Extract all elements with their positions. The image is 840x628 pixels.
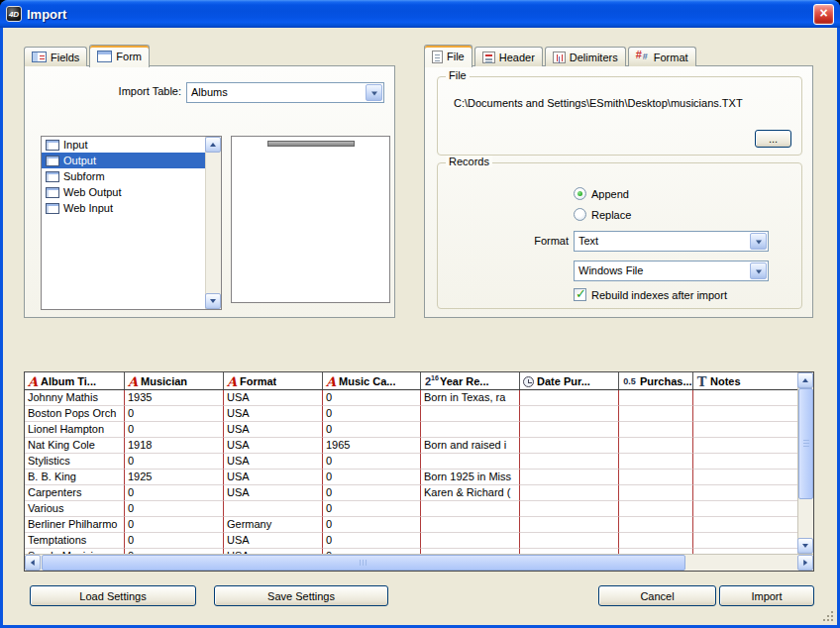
table-cell bbox=[520, 470, 619, 485]
table-cell bbox=[619, 438, 693, 454]
table-cell: 0 bbox=[323, 533, 421, 549]
column-header-album-ti[interactable]: Album Ti... bbox=[25, 372, 125, 390]
table-cell bbox=[421, 501, 520, 517]
column-header-music-ca[interactable]: Music Ca... bbox=[323, 372, 421, 390]
titlebar[interactable]: 4D Import × bbox=[0, 0, 840, 28]
file-format-value: Windows File bbox=[578, 264, 748, 276]
table-cell bbox=[520, 485, 619, 501]
table-cell bbox=[520, 533, 619, 549]
tab-form[interactable]: Form bbox=[89, 45, 150, 67]
form-icon bbox=[46, 140, 59, 151]
table-row[interactable]: Stylistics0USA0 bbox=[25, 454, 797, 470]
vertical-scroll-thumb[interactable] bbox=[798, 388, 813, 499]
table-cell bbox=[693, 422, 797, 438]
alpha-type-icon bbox=[326, 375, 336, 388]
import-preview-grid: Album Ti...MusicianFormatMusic Ca...Year… bbox=[24, 371, 814, 572]
form-list-item[interactable]: Web Output bbox=[42, 184, 205, 200]
table-cell: Temptations bbox=[25, 533, 125, 549]
form-list-item[interactable]: Output bbox=[42, 153, 205, 168]
table-cell bbox=[619, 422, 693, 438]
browse-button[interactable]: ... bbox=[755, 130, 791, 148]
column-header-label: Format bbox=[240, 375, 276, 387]
append-radio[interactable] bbox=[574, 187, 586, 200]
file-format-select[interactable]: Windows File bbox=[574, 261, 769, 281]
tab-format[interactable]: Format bbox=[628, 47, 696, 66]
table-cell: Karen & Richard ( bbox=[421, 485, 520, 501]
table-cell bbox=[619, 406, 693, 422]
table-row[interactable]: Various00 bbox=[25, 501, 797, 517]
table-cell: B. B. King bbox=[25, 470, 125, 485]
form-list-scrollbar[interactable] bbox=[205, 137, 221, 309]
table-cell bbox=[693, 406, 797, 422]
column-header-year-re[interactable]: Year Re... bbox=[421, 372, 520, 390]
form-list-item[interactable]: Subform bbox=[42, 168, 205, 184]
column-header-date-pur[interactable]: Date Pur... bbox=[520, 372, 619, 390]
tab-delimiters[interactable]: Delimiters bbox=[545, 47, 626, 66]
form-icon bbox=[46, 171, 59, 182]
table-cell bbox=[619, 470, 693, 485]
table-cell: Various bbox=[25, 501, 125, 517]
form-list-item[interactable]: Input bbox=[42, 137, 205, 153]
table-cell bbox=[520, 501, 619, 517]
form-list: InputOutputSubformWeb OutputWeb Input bbox=[41, 136, 222, 310]
table-cell: Lionel Hampton bbox=[25, 422, 125, 438]
table-cell bbox=[224, 501, 323, 517]
scroll-down-icon[interactable] bbox=[205, 293, 221, 309]
form-tab-panel: Import Table: Albums InputOutputSubformW… bbox=[24, 65, 395, 318]
scroll-up-icon[interactable] bbox=[205, 137, 221, 153]
column-header-notes[interactable]: Notes bbox=[693, 372, 797, 390]
scroll-down-icon[interactable] bbox=[797, 538, 813, 554]
table-cell: 0 bbox=[323, 422, 421, 438]
records-group-title: Records bbox=[446, 156, 492, 167]
form-icon bbox=[46, 203, 59, 214]
column-header-format[interactable]: Format bbox=[224, 372, 323, 390]
table-row[interactable]: Carpenters0USA0Karen & Richard ( bbox=[25, 485, 797, 501]
import-table-select[interactable]: Albums bbox=[186, 82, 384, 103]
scroll-up-icon[interactable] bbox=[797, 372, 813, 388]
table-cell: USA bbox=[224, 438, 323, 454]
table-row[interactable]: Boston Pops Orch0USA0 bbox=[25, 406, 797, 422]
rebuild-indexes-checkbox[interactable] bbox=[574, 288, 586, 301]
chevron-down-icon[interactable] bbox=[750, 233, 767, 250]
table-cell: 1925 bbox=[125, 470, 224, 485]
table-cell bbox=[619, 533, 693, 549]
column-header-musician[interactable]: Musician bbox=[125, 372, 224, 390]
column-header-purchas[interactable]: Purchas... bbox=[619, 372, 693, 390]
grid-vertical-scrollbar[interactable] bbox=[797, 372, 813, 554]
form-list-item[interactable]: Web Input bbox=[42, 200, 205, 216]
format-select[interactable]: Text bbox=[574, 231, 769, 252]
close-button[interactable]: × bbox=[813, 4, 834, 25]
cancel-button[interactable]: Cancel bbox=[598, 585, 716, 606]
save-settings-button[interactable]: Save Settings bbox=[214, 585, 388, 606]
scroll-left-icon[interactable] bbox=[25, 555, 41, 571]
table-row[interactable]: Nat King Cole1918USA1965Born and raised … bbox=[25, 438, 797, 454]
load-settings-button[interactable]: Load Settings bbox=[30, 585, 196, 606]
chevron-down-icon[interactable] bbox=[750, 262, 767, 279]
append-radio-label: Append bbox=[591, 188, 629, 200]
table-cell bbox=[619, 501, 693, 517]
grid-horizontal-scrollbar[interactable] bbox=[25, 554, 813, 571]
table-cell: 1965 bbox=[323, 438, 421, 454]
resize-grip[interactable] bbox=[823, 611, 835, 623]
tab-header[interactable]: Header bbox=[474, 47, 543, 66]
horizontal-scroll-thumb[interactable] bbox=[42, 555, 685, 571]
scroll-right-icon[interactable] bbox=[797, 555, 813, 571]
table-cell: USA bbox=[224, 485, 323, 501]
form-icon bbox=[46, 187, 59, 198]
table-cell: Nat King Cole bbox=[25, 438, 125, 454]
column-header-label: Music Ca... bbox=[339, 375, 395, 387]
table-cell bbox=[693, 501, 797, 517]
tab-file[interactable]: File bbox=[424, 45, 472, 67]
tab-fields[interactable]: Fields bbox=[24, 47, 87, 66]
table-row[interactable]: Lionel Hampton0USA0 bbox=[25, 422, 797, 438]
table-row[interactable]: Berliner Philharmo0Germany0 bbox=[25, 517, 797, 533]
table-row[interactable]: Temptations0USA0 bbox=[25, 533, 797, 549]
replace-radio[interactable] bbox=[574, 208, 586, 221]
table-cell bbox=[693, 485, 797, 501]
table-row[interactable]: Johnny Mathis1935USA0Born in Texas, ra bbox=[25, 390, 797, 406]
table-cell: 0 bbox=[323, 390, 421, 406]
chevron-down-icon[interactable] bbox=[366, 84, 382, 101]
table-row[interactable]: B. B. King1925USA0Born 1925 in Miss bbox=[25, 470, 797, 485]
table-cell bbox=[421, 422, 520, 438]
import-button[interactable]: Import bbox=[719, 585, 814, 606]
